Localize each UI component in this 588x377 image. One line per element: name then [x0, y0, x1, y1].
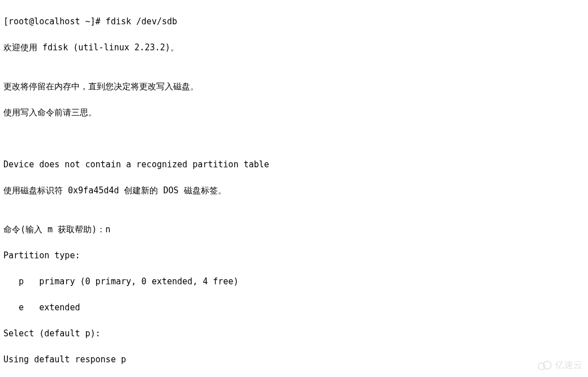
terminal-line: Partition type:: [3, 249, 585, 262]
terminal-line: 使用写入命令前请三思。: [3, 106, 585, 119]
terminal-line: Using default response p: [3, 353, 585, 366]
terminal-line: e extended: [3, 301, 585, 314]
terminal-line: 欢迎使用 fdisk (util-linux 2.23.2)。: [3, 41, 585, 54]
cloud-icon: [536, 359, 553, 371]
terminal-line: p primary (0 primary, 0 extended, 4 free…: [3, 275, 585, 288]
terminal-line: Device does not contain a recognized par…: [3, 158, 585, 171]
terminal-output[interactable]: [root@localhost ~]# fdisk /dev/sdb 欢迎使用 …: [0, 0, 588, 377]
terminal-line: 更改将停留在内存中，直到您决定将更改写入磁盘。: [3, 80, 585, 93]
svg-point-0: [538, 363, 545, 370]
terminal-line: 使用磁盘标识符 0x9fa45d4d 创建新的 DOS 磁盘标签。: [3, 184, 585, 197]
terminal-line: [root@localhost ~]# fdisk /dev/sdb: [3, 15, 585, 28]
terminal-line: Select (default p):: [3, 327, 585, 340]
watermark: 亿速云: [536, 358, 582, 371]
watermark-text: 亿速云: [555, 358, 582, 371]
terminal-line: 命令(输入 m 获取帮助)：n: [3, 223, 585, 236]
